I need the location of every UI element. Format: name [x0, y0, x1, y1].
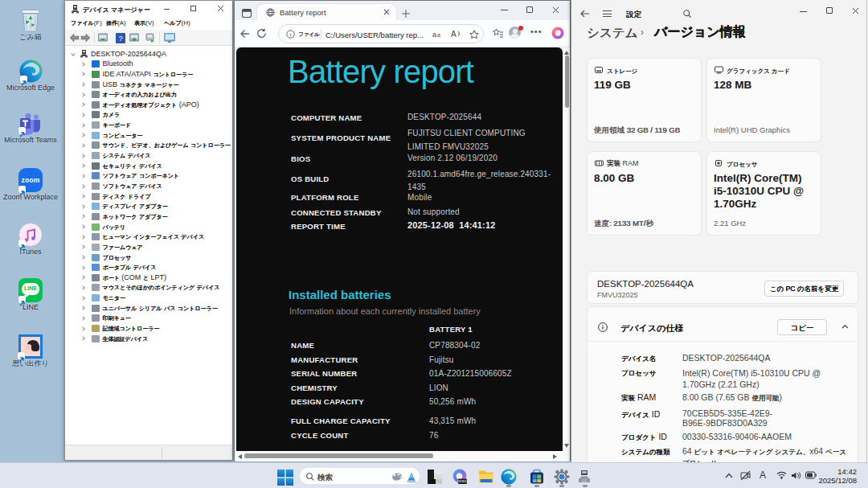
svg-text:a: a — [437, 32, 440, 38]
svg-text:M365: M365 — [458, 479, 468, 483]
svg-text:a: a — [432, 31, 436, 39]
svg-text:i: i — [290, 31, 292, 38]
svg-text:A: A — [451, 30, 457, 39]
svg-text:?: ? — [118, 35, 122, 43]
